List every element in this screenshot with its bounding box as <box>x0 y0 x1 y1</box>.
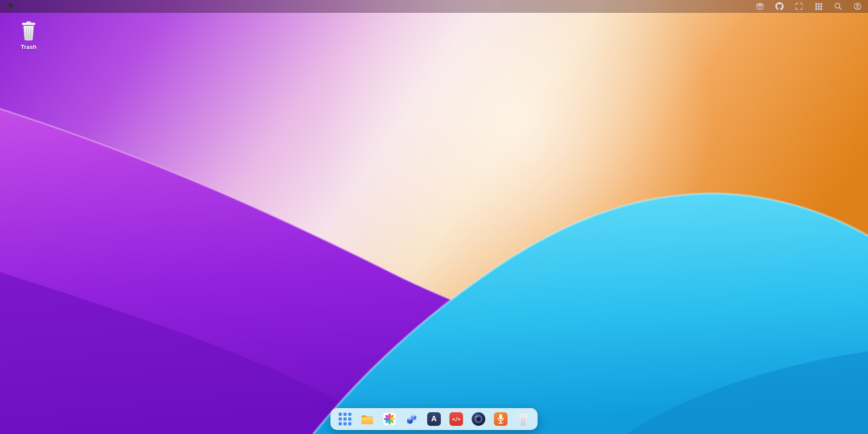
tree-logo-icon[interactable] <box>6 2 15 11</box>
dock-item-text-editor[interactable]: A <box>426 411 442 427</box>
dock-item-launcher[interactable] <box>337 411 353 427</box>
desktop-trash-icon[interactable]: Trash <box>12 20 45 51</box>
fullscreen-glyph <box>795 2 803 10</box>
wallpaper <box>0 0 868 434</box>
topbar-left <box>6 2 15 11</box>
dock-item-files[interactable] <box>360 411 375 427</box>
dock: A </> <box>330 408 538 430</box>
gift-icon[interactable] <box>755 2 764 11</box>
cubes-icon <box>405 412 419 426</box>
desktop-trash-label: Trash <box>21 44 37 50</box>
app-grid-icon <box>339 413 351 425</box>
letter-a-icon: A <box>427 412 441 426</box>
desktop: { "topbar": { "logo_icon": "tree-logo-ic… <box>0 0 868 434</box>
microphone-glyph <box>494 412 508 426</box>
search-glyph <box>834 2 842 10</box>
dock-trash-can-icon <box>517 412 529 426</box>
dock-item-photos[interactable] <box>382 411 397 427</box>
dock-item-recorder[interactable] <box>493 411 508 427</box>
github-glyph <box>775 2 784 10</box>
folder-icon <box>360 414 374 425</box>
apps-grid-glyph <box>815 3 823 10</box>
dock-item-blocks[interactable] <box>404 411 419 427</box>
tree-logo-glyph <box>6 2 15 11</box>
fullscreen-icon[interactable] <box>794 2 804 11</box>
github-icon[interactable] <box>775 2 784 11</box>
topbar-right <box>755 2 862 11</box>
microphone-icon <box>494 412 508 426</box>
dock-item-code-editor[interactable]: </> <box>449 411 464 427</box>
apps-grid-icon[interactable] <box>814 2 823 11</box>
topbar <box>0 0 868 13</box>
gift-glyph <box>756 2 764 10</box>
search-icon[interactable] <box>833 2 843 11</box>
camera-lens-icon <box>472 412 485 426</box>
account-glyph <box>853 2 862 10</box>
photos-icon <box>383 412 396 426</box>
account-icon[interactable] <box>853 2 862 11</box>
dock-item-camera[interactable] <box>471 411 486 427</box>
trash-can-icon <box>20 21 37 41</box>
code-icon: </> <box>449 412 463 426</box>
dock-item-trash[interactable] <box>515 411 531 427</box>
